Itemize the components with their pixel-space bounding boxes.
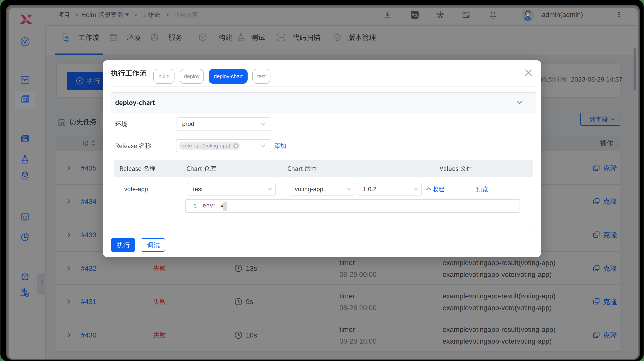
svg-text:PM: PM (24, 99, 27, 101)
svg-text:Z: Z (24, 275, 26, 279)
